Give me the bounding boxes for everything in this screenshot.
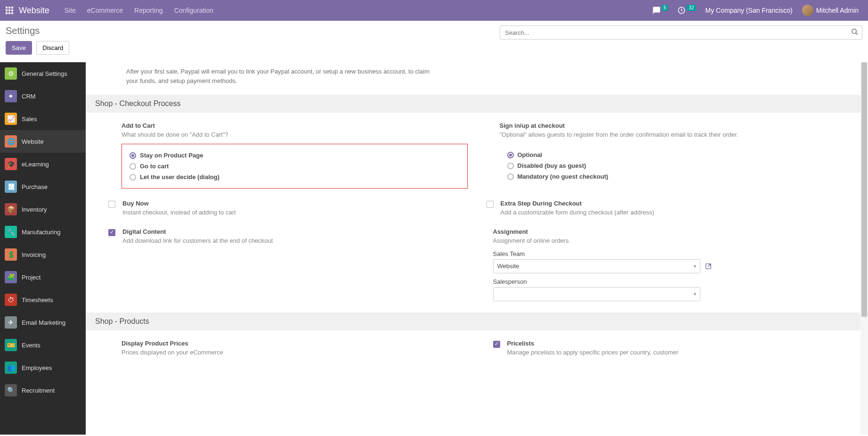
sidebar-item-label: eLearning — [22, 161, 49, 168]
save-button[interactable]: Save — [6, 41, 32, 55]
radio-go-to-cart[interactable]: Go to cart — [130, 161, 460, 172]
radio-icon — [130, 163, 136, 170]
radio-stay-on-page[interactable]: Stay on Product Page — [130, 150, 460, 161]
checkbox-extra-step[interactable] — [487, 201, 494, 208]
sidebar-item-sales[interactable]: 📈Sales — [0, 107, 86, 130]
radio-user-decide[interactable]: Let the user decide (dialog) — [130, 172, 460, 182]
radio-mandatory[interactable]: Mandatory (no guest checkout) — [507, 171, 838, 182]
sidebar-item-website[interactable]: 🌐Website — [0, 130, 86, 153]
sidebar-icon: 🎓 — [5, 158, 17, 170]
settings-content: After your first sale, Paypal will email… — [86, 62, 868, 435]
brand-label[interactable]: Website — [19, 6, 49, 16]
sidebar-item-timesheets[interactable]: ⏱Timesheets — [0, 288, 86, 311]
display-prices-title: Display Product Prices — [122, 340, 474, 347]
nav-site[interactable]: Site — [59, 7, 81, 14]
sidebar-item-invoicing[interactable]: 💲Invoicing — [0, 243, 86, 266]
assignment-title: Assignment — [493, 228, 846, 235]
sidebar-item-label: Purchase — [22, 183, 48, 190]
sidebar-icon: 📈 — [5, 113, 17, 125]
sidebar-item-label: CRM — [22, 93, 36, 100]
sidebar-item-label: Recruitment — [22, 387, 55, 394]
sidebar-icon: ✈ — [5, 316, 17, 329]
add-to-cart-title: Add to Cart — [122, 122, 468, 129]
checkbox-pricelists[interactable] — [493, 341, 500, 348]
nav-configuration[interactable]: Configuration — [169, 7, 219, 14]
sidebar-icon: 🔧 — [5, 226, 17, 238]
external-link-icon[interactable] — [703, 261, 714, 271]
sidebar-icon: ✦ — [5, 90, 17, 102]
sidebar-item-events[interactable]: 🎫Events — [0, 334, 86, 356]
radio-disabled[interactable]: Disabled (buy as guest) — [507, 160, 838, 171]
sidebar-item-general-settings[interactable]: ⚙General Settings — [0, 62, 86, 85]
sidebar-icon: 👥 — [5, 362, 17, 374]
user-menu[interactable]: Mitchell Admin — [797, 5, 863, 16]
signin-desc: "Optional" allows guests to register fro… — [500, 131, 846, 139]
apps-icon[interactable] — [5, 6, 14, 15]
svg-rect-1 — [8, 7, 10, 8]
sidebar-icon: 🌐 — [5, 135, 17, 148]
messaging-icon[interactable]: 5 — [648, 6, 673, 15]
discard-button[interactable]: Discard — [36, 41, 69, 55]
buy-now-desc: Instant checkout, instead of adding to c… — [122, 208, 468, 217]
sidebar-item-label: Invoicing — [22, 251, 46, 258]
sidebar-item-elearning[interactable]: 🎓eLearning — [0, 153, 86, 175]
sidebar-item-email-marketing[interactable]: ✈Email Marketing — [0, 311, 86, 334]
sidebar-item-label: General Settings — [22, 70, 67, 77]
signin-radio-group: Optional Disabled (buy as guest) Mandato… — [500, 144, 846, 188]
nav-ecommerce[interactable]: eCommerce — [81, 7, 129, 14]
scrollbar[interactable] — [860, 62, 868, 435]
msg-badge: 5 — [662, 5, 668, 11]
intro-text: After your first sale, Paypal will email… — [94, 62, 462, 95]
username-label: Mitchell Admin — [816, 7, 859, 14]
search-icon[interactable] — [851, 28, 859, 37]
company-selector[interactable]: My Company (San Francisco) — [701, 7, 797, 14]
svg-rect-4 — [8, 9, 10, 11]
sidebar-item-label: Project — [22, 274, 41, 281]
radio-optional[interactable]: Optional — [507, 149, 838, 160]
extra-step-desc: Add a customizable form during checkout … — [501, 208, 846, 217]
checkbox-buy-now[interactable] — [108, 201, 115, 208]
svg-rect-2 — [11, 7, 13, 8]
checkbox-digital[interactable] — [108, 229, 115, 236]
sidebar-item-inventory[interactable]: 📦Inventory — [0, 198, 86, 221]
sidebar-item-label: Sales — [22, 115, 37, 123]
add-to-cart-radio-group: Stay on Product Page Go to cart Let the … — [122, 144, 468, 189]
svg-rect-8 — [11, 12, 13, 14]
sidebar-item-recruitment[interactable]: 🔍Recruitment — [0, 379, 86, 402]
sidebar-item-label: Website — [22, 138, 44, 145]
section-checkout-header: Shop - Checkout Process — [86, 95, 868, 113]
activity-badge: 32 — [687, 5, 696, 11]
sidebar-item-label: Inventory — [22, 206, 47, 213]
activity-icon[interactable]: 32 — [673, 6, 700, 15]
radio-icon — [130, 152, 136, 159]
sidebar-item-crm[interactable]: ✦CRM — [0, 85, 86, 107]
add-to-cart-desc: What should be done on "Add to Cart"? — [122, 131, 468, 139]
salesperson-select[interactable] — [493, 287, 700, 301]
sidebar-item-employees[interactable]: 👥Employees — [0, 356, 86, 379]
nav-reporting[interactable]: Reporting — [129, 7, 169, 14]
sidebar-item-label: Manufacturing — [22, 229, 60, 236]
sidebar-icon: 💲 — [5, 248, 17, 261]
svg-rect-5 — [11, 9, 13, 11]
sidebar-item-manufacturing[interactable]: 🔧Manufacturing — [0, 221, 86, 243]
pricelists-desc: Manage pricelists to apply specific pric… — [507, 348, 846, 357]
sales-team-label: Sales Team — [493, 250, 846, 257]
avatar-icon — [802, 5, 813, 16]
sidebar-icon: ⏱ — [5, 294, 17, 306]
sidebar-icon: 🧩 — [5, 271, 17, 283]
display-prices-desc: Prices displayed on your eCommerce — [122, 348, 474, 357]
sales-team-select[interactable]: Website — [493, 259, 700, 273]
sidebar-icon: 🎫 — [5, 339, 17, 351]
sidebar-icon: 🧾 — [5, 181, 17, 193]
sidebar-icon: 📦 — [5, 203, 17, 215]
radio-icon — [507, 173, 514, 180]
sidebar-item-project[interactable]: 🧩Project — [0, 266, 86, 288]
sidebar-item-label: Timesheets — [22, 296, 53, 304]
pricelists-title: Pricelists — [507, 340, 846, 347]
sidebar-item-label: Employees — [22, 364, 52, 371]
svg-rect-7 — [8, 12, 10, 14]
assignment-desc: Assignment of online orders — [493, 237, 846, 245]
sidebar-item-label: Events — [22, 342, 41, 349]
sidebar-item-purchase[interactable]: 🧾Purchase — [0, 175, 86, 198]
search-input[interactable] — [500, 25, 862, 40]
